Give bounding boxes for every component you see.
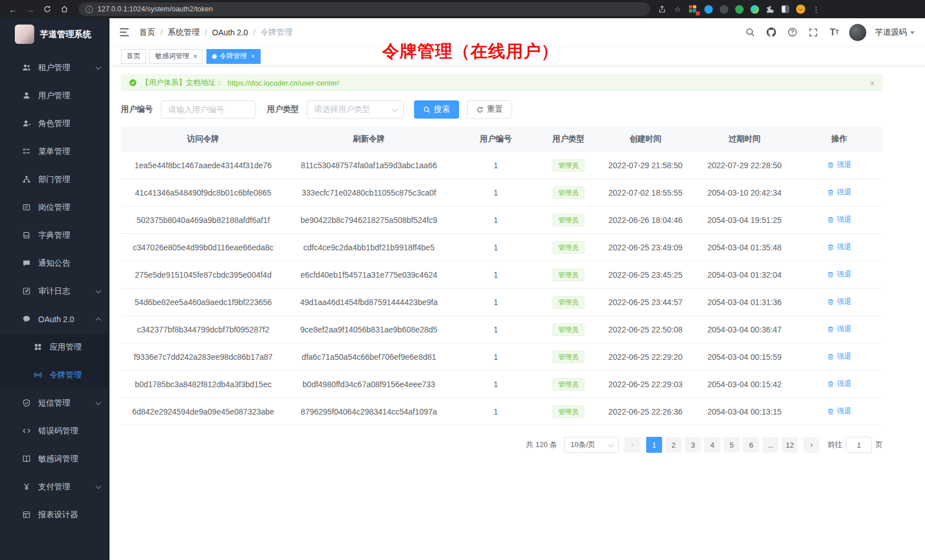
- next-page-button[interactable]: ›: [804, 437, 819, 453]
- breadcrumb: 首页/系统管理/OAuth 2.0/令牌管理: [139, 27, 293, 38]
- force-logout-button[interactable]: 强退: [827, 269, 851, 279]
- page-button-1[interactable]: 1: [646, 437, 662, 453]
- page-button-2[interactable]: 2: [666, 437, 681, 453]
- sidebar-item-oauth2-app[interactable]: 应用管理: [0, 333, 109, 361]
- page-button-5[interactable]: 5: [724, 437, 740, 453]
- breadcrumb-item[interactable]: 系统管理: [168, 27, 200, 38]
- extension-blue-icon[interactable]: [703, 4, 713, 14]
- user-avatar[interactable]: [849, 24, 866, 41]
- doc-alert: 【用户体系】文档地址： https://doc.iocoder.cn/user-…: [121, 74, 883, 91]
- goto-label: 前往: [827, 440, 842, 450]
- page-button-6[interactable]: 6: [743, 437, 759, 453]
- page-button-4[interactable]: 4: [704, 437, 720, 453]
- sidebar-item-pay[interactable]: 支付管理: [0, 473, 109, 501]
- address-bar[interactable]: i 127.0.0.1:1024/system/oauth2/token: [79, 2, 650, 16]
- sidebar-item-notice[interactable]: 通知公告: [0, 249, 109, 277]
- close-icon[interactable]: ×: [251, 53, 255, 60]
- back-button[interactable]: ←: [6, 2, 21, 16]
- tree-icon: [22, 175, 31, 184]
- tab-2[interactable]: 令牌管理×: [206, 49, 261, 64]
- user-id-cell: 1: [452, 161, 539, 170]
- force-logout-button[interactable]: 强退: [827, 351, 851, 362]
- help-icon[interactable]: [786, 26, 798, 39]
- sidebar-item-post[interactable]: 岗位管理: [0, 193, 109, 221]
- actions-cell: 强退: [796, 406, 883, 417]
- sidebar-item-dict[interactable]: 字典管理: [0, 221, 109, 249]
- tab-1[interactable]: 敏感词管理×: [149, 49, 203, 64]
- delete-icon: [827, 244, 834, 251]
- page-ellipsis[interactable]: ...: [762, 437, 778, 453]
- page-button-3[interactable]: 3: [685, 437, 701, 453]
- reset-button[interactable]: 重置: [467, 100, 512, 119]
- extension-green-icon[interactable]: [734, 4, 744, 14]
- sidebar-item-sms[interactable]: 短信管理: [0, 389, 109, 417]
- user-menu[interactable]: 芋道源码: [875, 27, 915, 38]
- alert-close-icon[interactable]: ×: [870, 78, 875, 88]
- table-row: 41c41346a548490f9dc8b01c6bfe0865333ecfc7…: [121, 179, 883, 206]
- extension-rainbow-icon[interactable]: [749, 4, 760, 14]
- sidebar-item-role[interactable]: 角色管理: [0, 109, 109, 137]
- user-type-select[interactable]: 请选择用户类型: [307, 100, 404, 119]
- sidebar-item-error-code[interactable]: 错误码管理: [0, 417, 109, 445]
- prev-page-button[interactable]: ‹: [624, 437, 640, 453]
- force-logout-button[interactable]: 强退: [827, 379, 851, 389]
- force-logout-button[interactable]: 强退: [827, 214, 851, 225]
- bookmark-star-icon[interactable]: ☆: [672, 4, 683, 14]
- chat-icon: [22, 259, 31, 268]
- theme-toggle-icon[interactable]: [780, 4, 790, 14]
- column-header: 刷新令牌: [286, 134, 453, 144]
- breadcrumb-item[interactable]: 首页: [139, 27, 155, 38]
- goto-page-input[interactable]: [846, 437, 872, 453]
- role-icon: [22, 119, 31, 128]
- actions-cell: 强退: [796, 379, 883, 389]
- sidebar-item-user[interactable]: 用户管理: [0, 82, 109, 109]
- force-logout-button[interactable]: 强退: [827, 406, 851, 416]
- home-button[interactable]: [57, 2, 72, 16]
- comment-icon: [22, 315, 31, 324]
- force-logout-button[interactable]: 强退: [827, 297, 851, 307]
- profile-avatar-icon[interactable]: [796, 4, 806, 14]
- fullscreen-icon[interactable]: [807, 26, 819, 39]
- sidebar-item-sensitive-word[interactable]: 敏感词管理: [0, 445, 109, 473]
- page-button-12[interactable]: 12: [782, 437, 798, 453]
- sidebar-item-audit-log[interactable]: 审计日志: [0, 277, 109, 305]
- share-icon[interactable]: [657, 4, 667, 14]
- font-size-icon[interactable]: TT: [828, 26, 841, 39]
- sidebar-item-oauth2-token[interactable]: 令牌管理: [0, 361, 109, 389]
- search-button[interactable]: 搜索: [414, 100, 459, 119]
- sidebar-item-report-designer[interactable]: 报表设计器: [0, 501, 109, 529]
- site-info-icon[interactable]: i: [86, 6, 93, 13]
- force-logout-button[interactable]: 强退: [827, 242, 851, 252]
- app-title: 芋道管理系统: [40, 29, 91, 40]
- actions-cell: 强退: [796, 269, 883, 280]
- close-icon[interactable]: ×: [193, 53, 197, 60]
- expire-time-cell: 2054-03-04 19:51:25: [693, 216, 796, 225]
- alert-link[interactable]: https://doc.iocoder.cn/user-center/: [228, 79, 339, 87]
- tab-0[interactable]: 首页: [121, 49, 146, 64]
- sidebar-item-tenant[interactable]: 租户管理: [0, 54, 109, 82]
- breadcrumb-item[interactable]: OAuth 2.0: [212, 28, 248, 37]
- edit-icon: [22, 287, 31, 296]
- extension-dark-icon[interactable]: [719, 4, 729, 14]
- signal-icon: [33, 371, 42, 380]
- appgrid-icon: [33, 343, 42, 352]
- extension-grid-icon[interactable]: [688, 4, 698, 14]
- force-logout-button[interactable]: 强退: [827, 187, 851, 197]
- sidebar-toggle-icon[interactable]: [120, 28, 130, 36]
- expire-time-cell: 2054-03-04 00:15:42: [693, 380, 796, 389]
- github-icon[interactable]: [765, 26, 777, 39]
- force-logout-button[interactable]: 强退: [827, 160, 851, 170]
- sidebar-item-dept[interactable]: 部门管理: [0, 165, 109, 193]
- table-icon: [22, 510, 31, 520]
- sidebar-item-menu[interactable]: 菜单管理: [0, 137, 109, 165]
- sidebar-item-oauth2[interactable]: OAuth 2.0: [0, 305, 109, 333]
- page-size-select[interactable]: 10条/页: [564, 437, 619, 453]
- browser-menu-icon[interactable]: ⋮: [811, 4, 821, 14]
- forward-button[interactable]: →: [23, 2, 38, 16]
- user-id-input[interactable]: [161, 100, 255, 119]
- force-logout-button[interactable]: 强退: [827, 324, 851, 334]
- reload-button[interactable]: [40, 2, 55, 16]
- search-icon[interactable]: [744, 26, 756, 39]
- app-logo[interactable]: 芋道管理系统: [0, 18, 109, 50]
- extensions-puzzle-icon[interactable]: [765, 4, 775, 14]
